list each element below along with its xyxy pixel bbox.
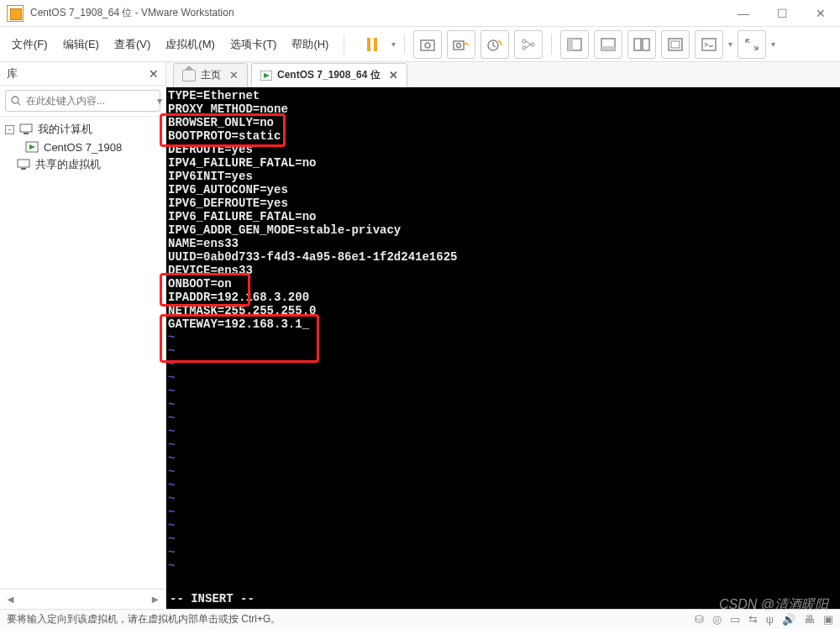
sidebar-close-button[interactable]: ✕ bbox=[149, 67, 159, 81]
terminal-line: GATEWAY=192.168.3.1_ bbox=[166, 317, 840, 331]
computer-icon bbox=[19, 123, 33, 136]
tab-close-icon[interactable]: ✕ bbox=[389, 69, 398, 81]
expander-icon[interactable]: − bbox=[5, 125, 14, 134]
layout-multi-icon bbox=[633, 37, 650, 52]
tab-vm-label: CentOS 7_1908_64 位 bbox=[277, 68, 381, 82]
device-network-icon[interactable]: ⇆ bbox=[748, 613, 758, 626]
device-display-icon[interactable]: ▣ bbox=[823, 613, 833, 626]
menu-view[interactable]: 查看(V) bbox=[108, 33, 157, 56]
svg-rect-14 bbox=[634, 39, 641, 50]
vm-running-icon bbox=[260, 71, 272, 81]
layout-single-button[interactable] bbox=[560, 30, 589, 59]
snapshot-tree-button[interactable] bbox=[514, 30, 543, 59]
revert-snapshot-button[interactable] bbox=[480, 30, 509, 59]
svg-point-19 bbox=[12, 97, 18, 103]
dropdown-icon[interactable]: ▾ bbox=[771, 39, 775, 49]
menu-vm[interactable]: 虚拟机(M) bbox=[159, 33, 222, 56]
terminal-tilde: ~ bbox=[166, 506, 840, 519]
minimize-button[interactable]: — bbox=[724, 0, 763, 27]
terminal-tilde: ~ bbox=[166, 465, 840, 479]
terminal-tilde: ~ bbox=[166, 559, 840, 573]
svg-point-8 bbox=[522, 46, 526, 50]
svg-rect-25 bbox=[18, 160, 29, 167]
status-hint: 要将输入定向到该虚拟机，请在虚拟机内部单击或按 Ctrl+G。 bbox=[7, 612, 281, 626]
vm-terminal[interactable]: TYPE=Ethernet PROXY_METHOD=none BROWSER_… bbox=[166, 87, 840, 609]
terminal-line: DEVICE=ens33 bbox=[166, 264, 840, 277]
layout-multi-button[interactable] bbox=[627, 30, 656, 59]
tree-root-my-computer[interactable]: − 我的计算机 bbox=[0, 120, 165, 139]
tree-vm-label: CentOS 7_1908 bbox=[44, 141, 122, 154]
terminal-line: ONBOOT=on bbox=[166, 277, 840, 291]
maximize-button[interactable]: ☐ bbox=[763, 0, 801, 27]
pause-button[interactable] bbox=[358, 30, 386, 59]
console-button[interactable] bbox=[695, 30, 723, 59]
device-floppy-icon[interactable]: ▭ bbox=[730, 613, 740, 626]
sidebar-next-button[interactable]: ► bbox=[150, 593, 160, 605]
snapshot-icon bbox=[419, 37, 436, 52]
svg-point-3 bbox=[425, 43, 430, 48]
search-input[interactable] bbox=[26, 95, 152, 107]
device-sound-icon[interactable]: 🔊 bbox=[782, 613, 795, 626]
vim-mode-status: -- INSERT -- bbox=[170, 592, 255, 605]
fullscreen-icon bbox=[667, 37, 684, 52]
device-disk-icon[interactable]: ⛁ bbox=[695, 613, 704, 626]
svg-rect-22 bbox=[24, 133, 29, 134]
terminal-tilde: ~ bbox=[166, 438, 840, 452]
tree-vm-centos[interactable]: CentOS 7_1908 bbox=[0, 139, 165, 155]
device-cd-icon[interactable]: ◎ bbox=[712, 613, 722, 626]
dropdown-icon[interactable]: ▾ bbox=[391, 39, 396, 49]
layout-thumb-icon bbox=[600, 37, 617, 52]
stretch-icon bbox=[743, 37, 760, 52]
terminal-line: IPADDR=192.168.3.200 bbox=[166, 291, 840, 304]
svg-rect-26 bbox=[21, 168, 26, 170]
device-printer-icon[interactable]: 🖶 bbox=[804, 613, 815, 626]
tab-home[interactable]: 主页 ✕ bbox=[173, 63, 248, 86]
terminal-tilde: ~ bbox=[166, 411, 840, 425]
menu-edit[interactable]: 编辑(E) bbox=[56, 33, 106, 56]
stretch-button[interactable] bbox=[738, 30, 766, 59]
terminal-tilde: ~ bbox=[166, 519, 840, 532]
fullscreen-button[interactable] bbox=[661, 30, 690, 59]
tab-home-label: 主页 bbox=[201, 68, 221, 82]
terminal-tilde: ~ bbox=[166, 385, 840, 398]
sidebar-prev-button[interactable]: ◄ bbox=[5, 593, 16, 605]
terminal-line: PROXY_METHOD=none bbox=[166, 102, 840, 116]
terminal-tilde: ~ bbox=[166, 479, 840, 492]
terminal-tilde: ~ bbox=[166, 492, 840, 506]
svg-line-20 bbox=[18, 102, 20, 105]
menu-help[interactable]: 帮助(H) bbox=[285, 33, 335, 56]
snapshot-manager-icon bbox=[453, 37, 470, 52]
revert-icon bbox=[486, 37, 503, 52]
device-usb-icon[interactable]: ψ bbox=[766, 613, 774, 626]
snapshot-button[interactable] bbox=[413, 30, 442, 59]
terminal-tilde: ~ bbox=[166, 331, 840, 344]
svg-rect-11 bbox=[568, 39, 573, 50]
terminal-tilde: ~ bbox=[166, 398, 840, 411]
terminal-line: IPV6_AUTOCONF=yes bbox=[166, 183, 840, 197]
snapshot-manager-button[interactable] bbox=[447, 30, 475, 59]
layout-single-icon bbox=[566, 37, 583, 52]
search-clear-icon[interactable]: ▾ bbox=[157, 95, 162, 107]
console-icon bbox=[701, 37, 717, 52]
svg-rect-1 bbox=[374, 38, 377, 51]
terminal-line: IPV6_DEFROUTE=yes bbox=[166, 197, 840, 210]
svg-point-7 bbox=[522, 39, 526, 43]
vmware-app-icon bbox=[7, 5, 24, 22]
tree-shared-vms[interactable]: 共享的虚拟机 bbox=[0, 155, 165, 174]
search-icon bbox=[11, 96, 21, 106]
terminal-tilde: ~ bbox=[166, 371, 840, 385]
menu-tabs[interactable]: 选项卡(T) bbox=[223, 33, 284, 56]
dropdown-icon[interactable]: ▾ bbox=[728, 39, 732, 49]
svg-rect-13 bbox=[601, 46, 615, 50]
terminal-line: IPV6INIT=yes bbox=[166, 170, 840, 183]
sidebar-title: 库 bbox=[7, 66, 18, 81]
tab-close-icon[interactable]: ✕ bbox=[229, 69, 239, 81]
close-window-button[interactable]: ✕ bbox=[801, 0, 840, 27]
terminal-tilde: ~ bbox=[166, 546, 840, 559]
tab-vm-centos[interactable]: CentOS 7_1908_64 位 ✕ bbox=[251, 63, 407, 86]
svg-rect-15 bbox=[643, 39, 649, 50]
layout-thumbnail-button[interactable] bbox=[594, 30, 622, 59]
menu-file[interactable]: 文件(F) bbox=[5, 33, 55, 56]
svg-point-5 bbox=[457, 43, 461, 47]
terminal-line: TYPE=Ethernet bbox=[166, 89, 840, 102]
